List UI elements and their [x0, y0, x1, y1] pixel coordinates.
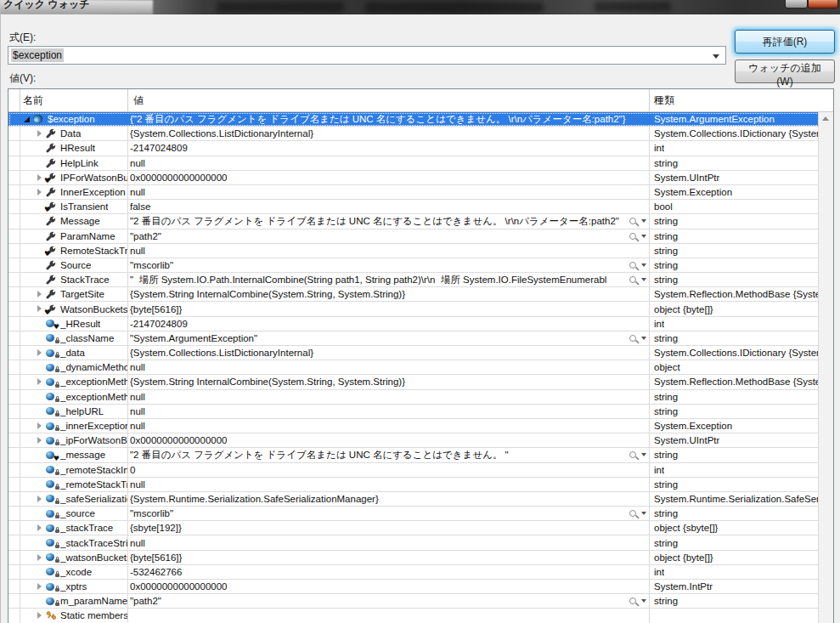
magnifier-dropdown-arrow-icon[interactable] [641, 512, 646, 515]
name-cell[interactable]: $exception [8, 112, 127, 126]
type-cell[interactable]: bool [649, 200, 820, 213]
value-cell[interactable]: {byte[5616]} [127, 551, 649, 564]
expand-expander-icon[interactable] [36, 375, 46, 388]
type-cell[interactable]: System.Collections.IDictionary {System.C… [649, 346, 820, 360]
expand-expander-icon[interactable] [36, 521, 46, 535]
watch-row[interactable]: _source"mscorlib"string [8, 507, 820, 521]
magnifier-icon[interactable] [629, 598, 636, 604]
scroll-up-arrow-icon[interactable] [822, 116, 829, 121]
magnifier-dropdown-button[interactable] [619, 510, 649, 517]
column-header-value[interactable]: 値 [133, 93, 144, 108]
magnifier-dropdown-button[interactable] [619, 262, 649, 269]
magnifier-icon[interactable] [629, 218, 636, 224]
value-cell[interactable]: 0x0000000000000000 [127, 171, 649, 184]
name-cell[interactable]: _className [8, 331, 127, 345]
type-cell[interactable]: System.UIntPtr [649, 433, 820, 447]
type-cell[interactable]: string [649, 478, 820, 491]
name-cell[interactable]: ♥WatsonBuckets [8, 302, 127, 315]
name-cell[interactable]: _remoteStackIndex [8, 463, 127, 477]
background-close-button[interactable] [808, 0, 838, 8]
value-cell[interactable]: {byte[5616]} [127, 302, 649, 315]
value-cell[interactable]: -532462766 [127, 565, 649, 579]
value-cell[interactable]: "path2" [127, 594, 649, 608]
magnifier-icon[interactable] [629, 233, 636, 240]
magnifier-dropdown-arrow-icon[interactable] [641, 453, 646, 456]
type-cell[interactable]: System.Exception [649, 185, 820, 199]
type-cell[interactable]: System.ArgumentException [649, 112, 820, 126]
name-cell[interactable]: ♥_message [8, 448, 127, 462]
magnifier-dropdown-arrow-icon[interactable] [641, 337, 646, 340]
type-cell[interactable]: string [649, 390, 820, 404]
name-cell[interactable]: _exceptionMethodString [8, 390, 127, 404]
watch-row[interactable]: InnerExceptionnullSystem.Exception [8, 185, 820, 200]
name-cell[interactable]: HelpLink [8, 156, 127, 170]
type-cell[interactable]: System.IntPtr [649, 580, 820, 593]
expand-expander-icon[interactable] [36, 609, 46, 622]
name-cell[interactable]: Source [8, 258, 127, 272]
type-cell[interactable]: string [649, 535, 820, 549]
type-cell[interactable]: string [649, 258, 820, 272]
name-cell[interactable]: _data [8, 346, 127, 360]
value-cell[interactable]: " 場所 System.IO.Path.InternalCombine(Stri… [127, 273, 649, 286]
watch-row[interactable]: _remoteStackIndex0int [8, 463, 820, 478]
type-cell[interactable]: int [649, 565, 820, 579]
value-cell[interactable]: -2147024809 [127, 141, 649, 155]
watch-row[interactable]: ♥IPForWatsonBuckets0x0000000000000000Sys… [8, 171, 820, 185]
type-cell[interactable]: System.Reflection.MethodBase {System.Ref… [649, 287, 820, 301]
value-cell[interactable]: 0x0000000000000000 [127, 580, 649, 593]
watch-row[interactable]: _innerExceptionnullSystem.Exception [8, 419, 820, 433]
collapse-expander-icon[interactable] [23, 112, 33, 126]
watch-row[interactable]: Message"2 番目のパス フラグメントを ドライブ名または UNC 名にす… [8, 214, 820, 229]
type-cell[interactable]: System.Exception [649, 419, 820, 433]
watch-row[interactable]: _data{System.Collections.ListDictionaryI… [8, 346, 820, 360]
watch-row[interactable]: ♥_HResult-2147024809int [8, 317, 820, 331]
watch-row[interactable]: HelpLinknullstring [8, 156, 820, 171]
value-cell[interactable]: null [127, 535, 649, 549]
watch-row[interactable]: Source"mscorlib"string [8, 258, 820, 273]
magnifier-dropdown-button[interactable] [619, 335, 649, 342]
value-cell[interactable]: -2147024809 [127, 317, 649, 331]
name-cell[interactable]: _source [8, 507, 127, 520]
expression-combobox[interactable]: $exception [8, 46, 726, 65]
magnifier-dropdown-arrow-icon[interactable] [641, 599, 646, 603]
expand-expander-icon[interactable] [36, 419, 46, 433]
expand-expander-icon[interactable] [36, 580, 46, 593]
type-cell[interactable]: string [649, 229, 820, 243]
value-cell[interactable]: null [127, 405, 649, 418]
reevaluate-button[interactable]: 再評価(R) [735, 30, 835, 54]
magnifier-dropdown-arrow-icon[interactable] [641, 235, 646, 238]
name-cell[interactable]: _helpURL [8, 405, 127, 418]
watch-row[interactable]: _dynamicMethodsnullobject [8, 360, 820, 375]
name-cell[interactable]: _remoteStackTraceString [8, 478, 127, 491]
watch-row[interactable]: ParamName"path2"string [8, 229, 820, 244]
expand-expander-icon[interactable] [36, 185, 46, 199]
name-cell[interactable]: _stackTraceString [8, 535, 127, 549]
column-header-name[interactable]: 名前 [23, 93, 43, 108]
magnifier-dropdown-button[interactable] [619, 598, 649, 604]
name-cell[interactable]: _xcode [8, 565, 127, 579]
name-cell[interactable]: ♥IsTransient [8, 200, 127, 213]
watch-row[interactable]: _helpURLnullstring [8, 405, 820, 419]
watch-row[interactable]: ♥WatsonBuckets{byte[5616]}object {byte[]… [8, 302, 820, 316]
value-cell[interactable]: "mscorlib" [127, 507, 649, 520]
type-cell[interactable]: string [649, 244, 820, 258]
type-cell[interactable]: string [649, 156, 820, 170]
watch-row[interactable]: Static members [8, 609, 820, 623]
magnifier-dropdown-arrow-icon[interactable] [641, 219, 646, 223]
value-cell[interactable]: null [127, 360, 649, 374]
type-cell[interactable]: int [649, 317, 820, 331]
watch-row[interactable]: StackTrace" 場所 System.IO.Path.InternalCo… [8, 273, 820, 287]
type-cell[interactable]: System.Runtime.Serialization.SafeSeriali… [649, 492, 820, 506]
watch-row[interactable]: HResult-2147024809int [8, 141, 820, 156]
value-cell[interactable]: "2 番目のパス フラグメントを ドライブ名または UNC 名にすることはできま… [127, 448, 649, 462]
watch-row[interactable]: $exception{"2 番目のパス フラグメントを ドライブ名または UNC… [8, 112, 820, 127]
type-cell[interactable]: string [649, 273, 820, 286]
watch-row[interactable]: Data{System.Collections.ListDictionaryIn… [8, 127, 820, 141]
type-cell[interactable]: System.UIntPtr [649, 171, 820, 184]
magnifier-icon[interactable] [629, 276, 636, 283]
vertical-scrollbar[interactable] [818, 112, 833, 623]
column-divider[interactable] [649, 89, 650, 111]
watch-row[interactable]: _className"System.ArgumentException"stri… [8, 331, 820, 346]
background-window-button[interactable] [785, 0, 808, 8]
value-cell[interactable]: {System.String InternalCombine(System.St… [127, 287, 649, 301]
